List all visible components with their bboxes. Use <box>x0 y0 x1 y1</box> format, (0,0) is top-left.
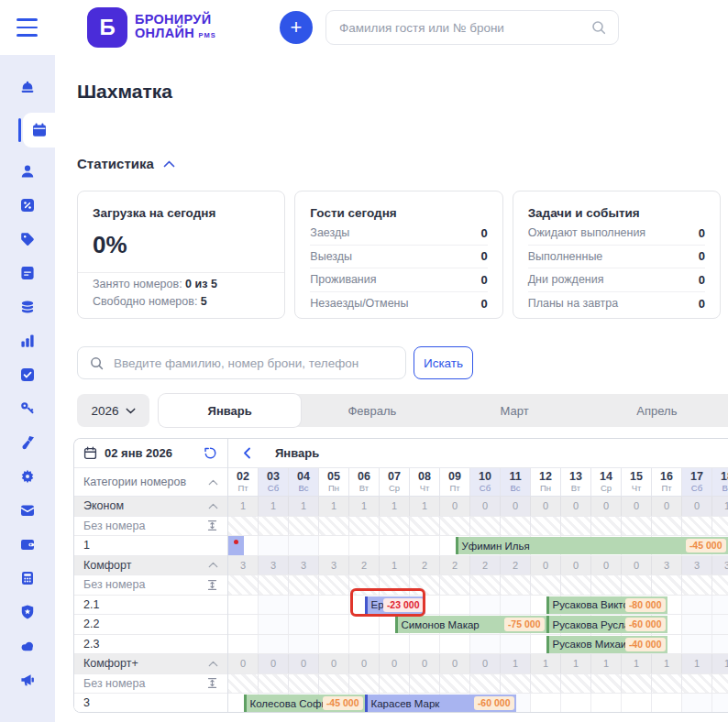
chevron-up-icon[interactable] <box>208 503 218 509</box>
tab-month-апрель[interactable]: Апрель <box>586 394 728 427</box>
grid-cell[interactable] <box>561 517 591 536</box>
grid-cell[interactable] <box>561 575 591 595</box>
unassigned-room-row[interactable]: Без номера <box>74 674 227 695</box>
grid-cell[interactable] <box>591 674 622 694</box>
grid-cell[interactable] <box>712 635 728 654</box>
date-picker[interactable]: 02 янв 2026 <box>74 439 227 468</box>
unfold-icon[interactable] <box>206 677 218 689</box>
grid-cell[interactable] <box>410 517 440 536</box>
grid-cell[interactable] <box>682 517 712 536</box>
grid-cell[interactable] <box>410 635 440 654</box>
unfold-icon[interactable] <box>206 520 218 531</box>
prev-month-button[interactable] <box>243 447 251 459</box>
day-column-header[interactable]: 04Вс <box>289 468 319 496</box>
grid-cell[interactable] <box>682 635 712 654</box>
sidebar-item-cloud[interactable] <box>0 636 55 656</box>
grid-cell[interactable] <box>531 674 561 694</box>
sidebar-item-bell[interactable] <box>0 79 55 99</box>
grid-cell[interactable] <box>380 517 410 536</box>
grid-cell[interactable] <box>682 694 712 713</box>
sidebar-item-gear[interactable] <box>0 466 55 487</box>
grid-cell[interactable] <box>259 575 289 595</box>
sidebar-item-mailbox[interactable] <box>0 500 55 520</box>
chevron-up-icon[interactable] <box>208 661 218 667</box>
grid-cell[interactable] <box>470 517 501 536</box>
grid-cell[interactable] <box>712 596 728 615</box>
room-categories-header[interactable]: Категории номеров <box>74 468 227 497</box>
menu-icon[interactable] <box>17 18 38 37</box>
day-column-header[interactable]: 02Пт <box>228 468 259 496</box>
grid-cell[interactable] <box>319 615 349 634</box>
grid-cell[interactable] <box>349 674 380 694</box>
day-column-header[interactable]: 15Чт <box>622 468 652 496</box>
grid-cell[interactable] <box>440 635 470 654</box>
grid-cell[interactable] <box>561 674 591 694</box>
grid-cell[interactable] <box>259 615 289 634</box>
grid-cell[interactable] <box>289 596 319 615</box>
grid-cell[interactable] <box>501 575 531 595</box>
grid-cell[interactable] <box>501 596 531 615</box>
booking-bar[interactable]: Уфимин Илья-45 000 <box>456 537 728 554</box>
grid-cell[interactable] <box>259 517 289 536</box>
grid-cell[interactable] <box>622 694 652 713</box>
day-column-header[interactable]: 18Вс <box>712 468 728 496</box>
grid-cell[interactable] <box>622 674 652 694</box>
search-submit-button[interactable]: Искать <box>414 346 473 379</box>
grid-cell[interactable] <box>470 674 501 694</box>
booking-bar[interactable]: Русаков Михаил-40 000 <box>546 636 667 653</box>
booking-search-input[interactable] <box>105 356 405 370</box>
booking-tail-marker[interactable] <box>228 536 244 555</box>
grid-cell[interactable] <box>380 635 410 654</box>
day-column-header[interactable]: 09Пт <box>440 468 470 496</box>
grid-cell[interactable] <box>470 635 501 654</box>
tab-month-февраль[interactable]: Февраль <box>301 394 443 427</box>
grid-cell[interactable] <box>289 615 319 634</box>
tab-month-март[interactable]: Март <box>444 394 586 427</box>
day-column-header[interactable]: 13Вт <box>561 468 591 496</box>
sidebar-item-calendar[interactable] <box>23 113 55 148</box>
guest-search[interactable] <box>325 10 619 45</box>
day-column-header[interactable]: 16Пт <box>652 468 682 496</box>
grid-cell[interactable] <box>349 635 380 654</box>
grid-cell[interactable] <box>712 674 728 694</box>
grid-cell[interactable] <box>682 596 712 615</box>
grid-cell[interactable] <box>591 575 622 595</box>
booking-bar[interactable]: Русакова Викто-80 000 <box>546 596 667 614</box>
grid-cell[interactable] <box>349 517 380 536</box>
tab-month-январь[interactable]: Январь <box>159 394 301 427</box>
category-row-комфорт[interactable]: Комфорт <box>74 556 227 576</box>
grid-cell[interactable] <box>349 575 380 595</box>
grid-cell[interactable] <box>380 674 410 694</box>
guest-search-input[interactable] <box>326 21 590 35</box>
grid-cell[interactable] <box>410 536 440 555</box>
grid-cell[interactable] <box>349 615 380 634</box>
grid-cell[interactable] <box>652 674 682 694</box>
sidebar-item-keys[interactable] <box>0 399 55 419</box>
grid-cell[interactable] <box>501 674 531 694</box>
sidebar-item-bar-chart[interactable] <box>0 331 55 351</box>
grid-cell[interactable] <box>652 694 682 713</box>
grid-cell[interactable] <box>259 596 289 615</box>
category-row-комфорт+[interactable]: Комфорт+ <box>74 654 227 674</box>
grid-cell[interactable] <box>591 517 622 536</box>
grid-cell[interactable] <box>228 575 259 595</box>
add-booking-button[interactable]: + <box>280 11 313 44</box>
grid-cell[interactable] <box>561 694 591 713</box>
grid-cell[interactable] <box>501 635 531 654</box>
grid-cell[interactable] <box>440 596 470 615</box>
reset-date-icon[interactable] <box>203 445 218 461</box>
sidebar-item-person[interactable] <box>0 161 55 181</box>
grid-cell[interactable] <box>712 517 728 536</box>
grid-cell[interactable] <box>228 674 259 694</box>
booking-bar[interactable]: Русакова Русла-60 000 <box>546 616 667 633</box>
grid-cell[interactable] <box>410 674 440 694</box>
day-column-header[interactable]: 03Сб <box>259 468 289 496</box>
day-column-header[interactable]: 11Вс <box>501 468 531 496</box>
grid-cell[interactable] <box>319 596 349 615</box>
grid-cell[interactable] <box>652 575 682 595</box>
unassigned-room-row[interactable]: Без номера <box>74 575 227 596</box>
grid-cell[interactable] <box>228 517 259 536</box>
grid-cell[interactable] <box>228 596 259 615</box>
chevron-up-icon[interactable] <box>208 562 218 568</box>
grid-cell[interactable] <box>470 575 501 595</box>
